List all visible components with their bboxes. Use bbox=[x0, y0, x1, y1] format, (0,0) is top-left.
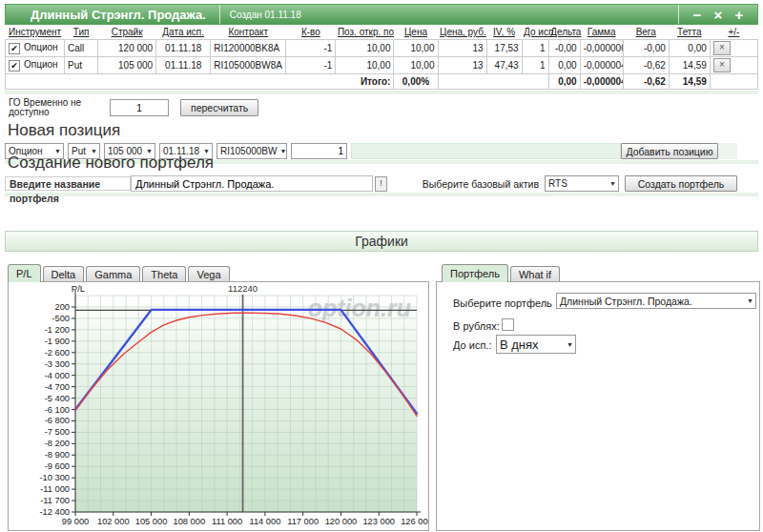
svg-text:-11 700: -11 700 bbox=[40, 496, 70, 505]
table-header-row: Инструмент Тип Страйк Дата исп. Контракт… bbox=[6, 25, 758, 40]
svg-text:-3 300: -3 300 bbox=[45, 359, 70, 369]
base-asset-select[interactable]: RTS ▼ bbox=[545, 175, 619, 192]
cell-price-rub: 13 bbox=[438, 40, 486, 57]
tab-gamma[interactable]: Gamma bbox=[86, 266, 140, 282]
add-icon[interactable]: + bbox=[729, 8, 750, 22]
svg-text:-1 900: -1 900 bbox=[45, 337, 70, 346]
in-rubles-checkbox[interactable] bbox=[502, 318, 514, 331]
svg-text:102 000: 102 000 bbox=[97, 517, 130, 526]
portfolio-select[interactable]: Длинный Стрэнгл. Продажа. ▼ bbox=[556, 293, 756, 309]
svg-text:126 000: 126 000 bbox=[401, 517, 428, 526]
go-label: ГО Временно не доступно bbox=[9, 98, 104, 117]
cell-days: 1 bbox=[522, 57, 548, 74]
col-header-strike[interactable]: Страйк bbox=[98, 25, 156, 40]
row-checkbox-checked-icon[interactable]: ✔ bbox=[9, 60, 20, 72]
svg-text:-1 200: -1 200 bbox=[45, 325, 70, 335]
cell-delta: 0,00 bbox=[548, 57, 580, 74]
cell-contract: RI120000BK8A bbox=[211, 40, 286, 57]
totals-empty bbox=[438, 74, 548, 90]
days-mode-select[interactable]: В днях ▼ bbox=[496, 335, 576, 354]
col-header-open-pos[interactable]: Поз. откр. по bbox=[336, 25, 394, 40]
cell-contract: RI105000BW8A bbox=[211, 57, 286, 74]
svg-text:-2 600: -2 600 bbox=[45, 348, 70, 358]
cell-delta: -0,00 bbox=[548, 40, 580, 57]
go-row: ГО Временно не доступно пересчитать bbox=[9, 97, 758, 118]
cell-qty: -1 bbox=[286, 40, 336, 57]
totals-remove-empty bbox=[710, 74, 757, 90]
go-input[interactable] bbox=[110, 99, 169, 116]
cell-strike: 105 000 bbox=[98, 57, 156, 74]
col-header-exp-date[interactable]: Дата исп. bbox=[156, 25, 211, 40]
tab-what-if[interactable]: What if bbox=[510, 266, 560, 282]
totals-delta: 0,00 bbox=[548, 74, 580, 90]
cell-instrument: ✔Опцион bbox=[6, 40, 65, 57]
cell-type: Call bbox=[65, 40, 98, 57]
create-portfolio-button[interactable]: Создать портфель bbox=[625, 175, 737, 192]
col-header-vega[interactable]: Вега bbox=[623, 25, 669, 40]
col-header-instrument[interactable]: Инструмент bbox=[6, 25, 65, 40]
col-header-delta[interactable]: Дельта bbox=[548, 25, 580, 40]
remove-position-icon[interactable]: × bbox=[713, 41, 731, 55]
remove-position-icon[interactable]: × bbox=[713, 58, 731, 72]
select-portfolio-label: Выберите портфель bbox=[453, 297, 552, 309]
cell-iv: 47,43 bbox=[486, 57, 522, 74]
portfolio-select-value: Длинный Стрэнгл. Продажа. bbox=[560, 296, 692, 307]
table-row: ✔Опцион Put 105 000 01.11.18 RI105000BW8… bbox=[6, 57, 758, 74]
col-header-theta[interactable]: Тетта bbox=[669, 25, 710, 40]
svg-text:-7 500: -7 500 bbox=[45, 427, 70, 437]
recalculate-button[interactable]: пересчитать bbox=[180, 99, 258, 116]
create-portfolio-heading: Создание нового портфеля bbox=[8, 153, 758, 173]
svg-text:-6 800: -6 800 bbox=[45, 416, 70, 425]
cell-gamma: -0,000000 bbox=[580, 40, 623, 57]
instrument-label: Опцион bbox=[24, 42, 58, 52]
col-header-qty[interactable]: К-во bbox=[286, 25, 336, 40]
portfolio-settings-panel: Выберите портфель Длинный Стрэнгл. Прода… bbox=[436, 281, 760, 531]
new-position-heading: Новая позиция bbox=[8, 121, 758, 140]
days-to-exp-label: До исп.: bbox=[453, 339, 491, 351]
chevron-down-icon: ▼ bbox=[747, 297, 753, 304]
create-portfolio-section: Создание нового портфеля Введите названи… bbox=[5, 151, 758, 196]
base-asset-label: Выберите базовый актив bbox=[423, 178, 545, 190]
portfolio-window-titlebar: Длинный Стрэнгл. Продажа. Создан 01.11.1… bbox=[5, 4, 758, 25]
totals-percent: 0,00% bbox=[394, 74, 438, 90]
cell-price-rub: 13 bbox=[438, 57, 486, 74]
cell-open-pos: 10,00 bbox=[336, 57, 394, 74]
tab-pl[interactable]: P/L bbox=[8, 264, 41, 282]
info-icon[interactable]: ! bbox=[375, 176, 387, 192]
app-screen: Длинный Стрэнгл. Продажа. Создан 01.11.1… bbox=[0, 0, 763, 532]
col-header-price[interactable]: Цена bbox=[394, 25, 438, 40]
svg-text:200: 200 bbox=[54, 302, 70, 312]
tab-vega[interactable]: Vega bbox=[188, 266, 229, 282]
in-rubles-label: В рублях: bbox=[453, 320, 500, 332]
cell-exp-date: 01.11.18 bbox=[156, 40, 211, 57]
svg-text:-6 100: -6 100 bbox=[45, 405, 70, 415]
col-header-gamma[interactable]: Гамма bbox=[580, 25, 623, 40]
svg-text:P/L: P/L bbox=[72, 283, 85, 294]
portfolio-tabs: Портфель What if bbox=[442, 264, 562, 282]
svg-text:-9 600: -9 600 bbox=[45, 461, 70, 471]
col-header-contract[interactable]: Контракт bbox=[211, 25, 286, 40]
col-header-iv[interactable]: IV, % bbox=[486, 25, 522, 40]
svg-text:123 000: 123 000 bbox=[362, 517, 395, 526]
svg-text:-8 900: -8 900 bbox=[45, 450, 70, 460]
tab-portfolio[interactable]: Портфель bbox=[442, 264, 508, 282]
tab-delta[interactable]: Delta bbox=[43, 266, 85, 282]
col-header-type[interactable]: Тип bbox=[65, 25, 98, 40]
row-checkbox-checked-icon[interactable]: ✔ bbox=[9, 43, 20, 54]
tab-theta[interactable]: Theta bbox=[142, 266, 186, 282]
cell-qty: -1 bbox=[286, 57, 336, 74]
days-mode-select-value: В днях bbox=[500, 338, 539, 352]
portfolio-window: Длинный Стрэнгл. Продажа. Создан 01.11.1… bbox=[5, 4, 758, 164]
svg-text:option.ru: option.ru bbox=[308, 295, 411, 321]
col-header-price-rub[interactable]: Цена, руб. bbox=[438, 25, 486, 40]
portfolio-name-label: Введите название портфеля bbox=[5, 176, 131, 191]
minimize-icon[interactable]: − bbox=[687, 8, 708, 22]
portfolio-name-input[interactable] bbox=[131, 175, 373, 192]
svg-text:108 000: 108 000 bbox=[174, 517, 206, 526]
svg-text:105 000: 105 000 bbox=[135, 517, 168, 526]
cell-days: 1 bbox=[522, 40, 548, 57]
col-header-days[interactable]: До исп. bbox=[522, 25, 548, 40]
cell-open-pos: 10,00 bbox=[336, 40, 394, 57]
close-icon[interactable]: × bbox=[708, 8, 729, 22]
graphs-section-header: Графики bbox=[5, 231, 758, 252]
